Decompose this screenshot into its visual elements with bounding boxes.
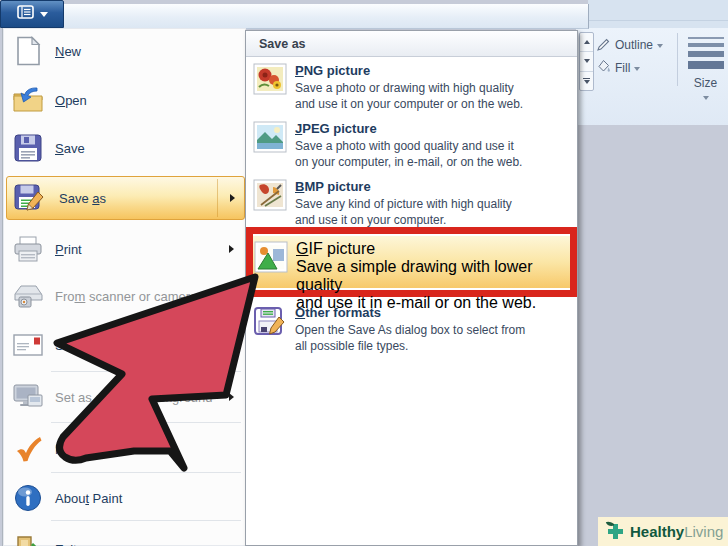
submenu-arrow-icon [229,393,234,401]
submenu-item-bmp[interactable]: BMP picture Save any kind of picture wit… [246,179,577,228]
pencil-outline-icon [596,36,611,54]
submenu-item-desc: Save a photo or drawing with high qualit… [295,80,523,96]
menu-item-label: Save as [59,191,106,206]
open-folder-icon [11,83,45,117]
menu-pages-icon [17,5,34,23]
menu-item-print[interactable]: Print [3,231,246,267]
submenu-item-desc: Save a photo with good quality and use i… [295,138,522,154]
gallery-scroll-down-button[interactable] [580,52,593,71]
menu-item-new[interactable]: New [3,33,246,69]
menu-item-properties[interactable]: Properties [3,431,246,467]
submenu-item-desc: Open the Save As dialog box to select fr… [295,322,525,338]
submenu-arrow-icon [230,194,235,202]
submenu-item-jpeg[interactable]: JPEG picture Save a photo with good qual… [246,121,577,170]
menu-top-strip [62,4,589,29]
menu-separator [51,520,241,521]
file-menu-button[interactable] [0,0,64,28]
gallery-expand-icon [583,78,590,85]
watermark-light-text: Living [684,523,723,540]
save-as-floppy-pencil-icon [12,181,46,215]
printer-icon [11,232,45,266]
submenu-split-divider [217,179,218,217]
menu-item-label: Properties [55,442,114,457]
submenu-header: Save as [246,31,577,57]
submenu-item-title: JPEG picture [295,121,522,138]
submenu-item-other-formats[interactable]: Other formats Open the Save As dialog bo… [246,305,577,354]
submenu-item-title: BMP picture [295,179,512,196]
chevron-down-icon [703,96,709,100]
menu-item-label: Exit [55,542,77,546]
annotation-red-box: GIF picture Save a simple drawing with l… [246,227,577,297]
file-menu-panel: New Open [2,28,246,546]
gallery-scroll-up-button[interactable] [580,33,593,52]
menu-separator [51,422,241,423]
line-size-bars-icon [688,37,724,69]
bmp-paint-picture-icon [253,179,287,213]
save-floppy-icon [11,131,45,165]
chevron-down-icon [657,44,663,48]
gallery-expand-button[interactable] [580,72,593,90]
new-page-icon [11,34,45,68]
menu-separator [51,472,241,473]
submenu-item-desc: Save any kind of picture with high quali… [295,196,512,212]
outline-button-label: Outline [615,38,653,52]
outline-button[interactable]: Outline [596,36,663,54]
submenu-item-desc: and use it on your computer or on the we… [295,96,523,112]
canvas-workspace [576,125,728,546]
exit-door-icon [11,532,45,546]
green-cross-leaf-icon [605,521,626,542]
submenu-arrow-icon [229,245,234,253]
paint-window: Outline Fill Size [0,0,728,546]
submenu-item-title: GIF picture [296,240,570,258]
submenu-item-desc: all possible file types. [295,338,525,354]
info-circle-icon [11,481,45,515]
gif-drawing-picture-icon [254,241,288,275]
menu-item-label: Send in e-mail [55,338,138,353]
jpeg-photo-picture-icon [253,121,287,155]
menu-item-open[interactable]: Open [3,82,246,118]
chevron-down-icon [634,67,640,71]
menu-item-from-scanner[interactable]: From scanner or camera [3,278,246,314]
orange-check-icon [11,432,45,466]
chevron-down-icon [40,12,48,17]
monitor-wallpaper-icon [11,380,45,414]
watermark-badge: HealthyLiving [598,517,728,546]
menu-item-exit[interactable]: Exit [3,531,246,546]
fill-button-label: Fill [615,61,630,75]
menu-item-set-as-background[interactable]: Set as desktop background [3,379,246,415]
menu-item-label: About Paint [55,491,122,506]
submenu-item-desc: on your computer, in e-mail, or on the w… [295,154,522,170]
size-button-label: Size [694,76,717,90]
ribbon-shapes-group: Outline Fill Size [576,28,728,126]
ribbon-group-separator [677,33,678,86]
menu-item-send-email[interactable]: Send in e-mail [3,327,246,363]
menu-item-label: Print [55,242,82,257]
submenu-item-desc: Save a simple drawing with lower quality [296,258,570,294]
fill-button[interactable]: Fill [596,59,640,77]
menu-item-save[interactable]: Save [3,130,246,166]
menu-item-label: Open [55,93,87,108]
menu-item-label: From scanner or camera [55,289,197,304]
submenu-item-desc: and use it on your computer. [295,212,512,228]
watermark-bold-text: Healthy [630,523,684,540]
envelope-icon [11,328,45,362]
scanner-icon [11,279,45,313]
submenu-item-gif[interactable]: GIF picture Save a simple drawing with l… [253,236,570,288]
shapes-gallery-scrollbar[interactable] [579,32,594,91]
menu-item-label: Save [55,141,85,156]
menu-item-label: New [55,44,81,59]
triangle-up-icon [584,40,590,44]
submenu-item-title: PNG picture [295,63,523,80]
menu-item-save-as[interactable]: Save as [6,176,245,220]
submenu-header-label: Save as [259,37,306,51]
submenu-item-title: Other formats [295,305,525,322]
paint-bucket-fill-icon [596,59,611,77]
submenu-item-png[interactable]: PNG picture Save a photo or drawing with… [246,63,577,112]
menu-item-label: Set as desktop background [55,390,213,405]
titlebar-right-band [588,0,728,28]
save-as-submenu: Save as PNG picture Save a photo or draw… [245,30,578,546]
size-button[interactable]: Size [683,31,728,107]
floppy-pencil-icon [253,305,287,339]
menu-item-about[interactable]: About Paint [3,480,246,516]
png-flowers-picture-icon [253,63,287,97]
